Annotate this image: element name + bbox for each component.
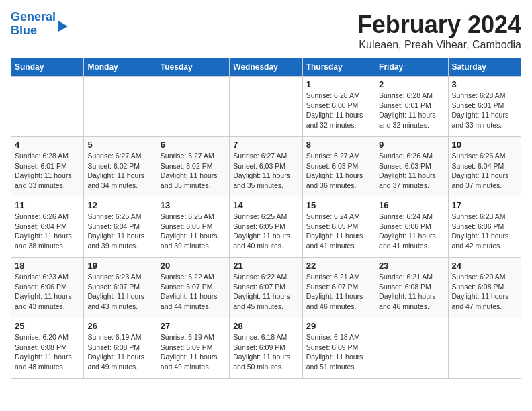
day-info: Sunrise: 6:24 AM Sunset: 6:05 PM Dayligh… bbox=[306, 212, 371, 251]
day-info: Sunrise: 6:27 AM Sunset: 6:03 PM Dayligh… bbox=[233, 151, 298, 191]
day-number: 13 bbox=[161, 200, 226, 210]
calendar-cell bbox=[157, 77, 229, 137]
weekday-header-thursday: Thursday bbox=[302, 58, 375, 77]
month-title: February 2024 bbox=[357, 11, 521, 39]
weekday-header-saturday: Saturday bbox=[448, 58, 521, 77]
calendar-week-3: 11Sunrise: 6:26 AM Sunset: 6:04 PM Dayli… bbox=[11, 197, 521, 258]
logo-blue: Blue bbox=[11, 24, 37, 37]
calendar-week-5: 25Sunrise: 6:20 AM Sunset: 6:08 PM Dayli… bbox=[11, 318, 521, 379]
calendar-cell: 7Sunrise: 6:27 AM Sunset: 6:03 PM Daylig… bbox=[230, 137, 302, 197]
day-info: Sunrise: 6:28 AM Sunset: 6:00 PM Dayligh… bbox=[306, 91, 371, 130]
logo-text-block: General Blue bbox=[11, 11, 56, 38]
day-info: Sunrise: 6:22 AM Sunset: 6:07 PM Dayligh… bbox=[161, 272, 226, 312]
calendar-cell: 16Sunrise: 6:24 AM Sunset: 6:06 PM Dayli… bbox=[375, 197, 448, 258]
calendar-week-2: 4Sunrise: 6:28 AM Sunset: 6:01 PM Daylig… bbox=[11, 137, 521, 197]
calendar-cell: 19Sunrise: 6:23 AM Sunset: 6:07 PM Dayli… bbox=[84, 258, 157, 318]
day-number: 25 bbox=[15, 321, 80, 331]
calendar-cell: 11Sunrise: 6:26 AM Sunset: 6:04 PM Dayli… bbox=[11, 197, 84, 258]
day-number: 15 bbox=[306, 200, 371, 210]
day-number: 5 bbox=[87, 140, 152, 150]
day-number: 21 bbox=[233, 261, 298, 271]
day-info: Sunrise: 6:24 AM Sunset: 6:06 PM Dayligh… bbox=[379, 212, 444, 251]
day-number: 4 bbox=[15, 140, 80, 150]
day-info: Sunrise: 6:25 AM Sunset: 6:05 PM Dayligh… bbox=[233, 212, 298, 251]
day-number: 14 bbox=[233, 200, 298, 210]
calendar-table: SundayMondayTuesdayWednesdayThursdayFrid… bbox=[11, 58, 521, 379]
weekday-header-friday: Friday bbox=[375, 58, 448, 77]
day-info: Sunrise: 6:27 AM Sunset: 6:03 PM Dayligh… bbox=[306, 151, 371, 191]
calendar-cell: 9Sunrise: 6:26 AM Sunset: 6:03 PM Daylig… bbox=[375, 137, 448, 197]
day-number: 3 bbox=[452, 79, 517, 89]
day-info: Sunrise: 6:19 AM Sunset: 6:09 PM Dayligh… bbox=[161, 332, 226, 372]
calendar-cell: 27Sunrise: 6:19 AM Sunset: 6:09 PM Dayli… bbox=[157, 318, 229, 379]
calendar-cell: 24Sunrise: 6:20 AM Sunset: 6:08 PM Dayli… bbox=[448, 258, 521, 318]
day-number: 16 bbox=[379, 200, 444, 210]
day-number: 1 bbox=[306, 79, 371, 89]
calendar-cell: 20Sunrise: 6:22 AM Sunset: 6:07 PM Dayli… bbox=[157, 258, 229, 318]
day-info: Sunrise: 6:28 AM Sunset: 6:01 PM Dayligh… bbox=[379, 91, 444, 130]
calendar-cell bbox=[230, 77, 302, 137]
calendar-cell: 15Sunrise: 6:24 AM Sunset: 6:05 PM Dayli… bbox=[302, 197, 375, 258]
calendar-cell: 28Sunrise: 6:18 AM Sunset: 6:09 PM Dayli… bbox=[230, 318, 302, 379]
calendar-cell: 26Sunrise: 6:19 AM Sunset: 6:08 PM Dayli… bbox=[84, 318, 157, 379]
calendar-cell: 2Sunrise: 6:28 AM Sunset: 6:01 PM Daylig… bbox=[375, 77, 448, 137]
calendar-cell: 22Sunrise: 6:21 AM Sunset: 6:07 PM Dayli… bbox=[302, 258, 375, 318]
title-block: February 2024 Kuleaen, Preah Vihear, Cam… bbox=[357, 11, 521, 51]
calendar-cell: 12Sunrise: 6:25 AM Sunset: 6:04 PM Dayli… bbox=[84, 197, 157, 258]
day-number: 28 bbox=[233, 321, 298, 331]
day-number: 23 bbox=[379, 261, 444, 271]
logo-general: General bbox=[11, 10, 56, 24]
calendar-cell: 21Sunrise: 6:22 AM Sunset: 6:07 PM Dayli… bbox=[230, 258, 302, 318]
calendar-week-1: 1Sunrise: 6:28 AM Sunset: 6:00 PM Daylig… bbox=[11, 77, 521, 137]
day-info: Sunrise: 6:23 AM Sunset: 6:06 PM Dayligh… bbox=[452, 212, 517, 251]
day-info: Sunrise: 6:23 AM Sunset: 6:06 PM Dayligh… bbox=[15, 272, 80, 312]
day-info: Sunrise: 6:25 AM Sunset: 6:04 PM Dayligh… bbox=[87, 212, 152, 251]
calendar-cell: 3Sunrise: 6:28 AM Sunset: 6:01 PM Daylig… bbox=[448, 77, 521, 137]
calendar-cell: 1Sunrise: 6:28 AM Sunset: 6:00 PM Daylig… bbox=[302, 77, 375, 137]
day-info: Sunrise: 6:26 AM Sunset: 6:04 PM Dayligh… bbox=[452, 151, 517, 191]
logo-arrow-icon bbox=[58, 21, 68, 32]
location-subtitle: Kuleaen, Preah Vihear, Cambodia bbox=[357, 39, 521, 51]
weekday-header-monday: Monday bbox=[84, 58, 157, 77]
day-info: Sunrise: 6:28 AM Sunset: 6:01 PM Dayligh… bbox=[452, 91, 517, 130]
calendar-cell: 10Sunrise: 6:26 AM Sunset: 6:04 PM Dayli… bbox=[448, 137, 521, 197]
calendar-cell bbox=[84, 77, 157, 137]
day-info: Sunrise: 6:18 AM Sunset: 6:09 PM Dayligh… bbox=[233, 332, 298, 372]
day-info: Sunrise: 6:20 AM Sunset: 6:08 PM Dayligh… bbox=[452, 272, 517, 312]
calendar-cell: 14Sunrise: 6:25 AM Sunset: 6:05 PM Dayli… bbox=[230, 197, 302, 258]
day-info: Sunrise: 6:20 AM Sunset: 6:08 PM Dayligh… bbox=[15, 332, 80, 372]
day-info: Sunrise: 6:26 AM Sunset: 6:03 PM Dayligh… bbox=[379, 151, 444, 191]
day-number: 19 bbox=[87, 261, 152, 271]
day-number: 10 bbox=[452, 140, 517, 150]
day-number: 2 bbox=[379, 79, 444, 89]
day-info: Sunrise: 6:23 AM Sunset: 6:07 PM Dayligh… bbox=[87, 272, 152, 312]
calendar-cell: 8Sunrise: 6:27 AM Sunset: 6:03 PM Daylig… bbox=[302, 137, 375, 197]
day-info: Sunrise: 6:19 AM Sunset: 6:08 PM Dayligh… bbox=[87, 332, 152, 372]
weekday-header-tuesday: Tuesday bbox=[157, 58, 229, 77]
day-number: 24 bbox=[452, 261, 517, 271]
day-number: 22 bbox=[306, 261, 371, 271]
day-info: Sunrise: 6:28 AM Sunset: 6:01 PM Dayligh… bbox=[15, 151, 80, 191]
calendar-cell: 17Sunrise: 6:23 AM Sunset: 6:06 PM Dayli… bbox=[448, 197, 521, 258]
day-number: 20 bbox=[161, 261, 226, 271]
weekday-header-wednesday: Wednesday bbox=[230, 58, 302, 77]
day-number: 17 bbox=[452, 200, 517, 210]
day-info: Sunrise: 6:25 AM Sunset: 6:05 PM Dayligh… bbox=[161, 212, 226, 251]
day-number: 11 bbox=[15, 200, 80, 210]
calendar-cell: 25Sunrise: 6:20 AM Sunset: 6:08 PM Dayli… bbox=[11, 318, 84, 379]
day-number: 8 bbox=[306, 140, 371, 150]
calendar-cell bbox=[11, 77, 84, 137]
calendar-cell bbox=[448, 318, 521, 379]
day-info: Sunrise: 6:18 AM Sunset: 6:09 PM Dayligh… bbox=[306, 332, 371, 372]
weekday-header-sunday: Sunday bbox=[11, 58, 84, 77]
day-info: Sunrise: 6:27 AM Sunset: 6:02 PM Dayligh… bbox=[161, 151, 226, 191]
day-info: Sunrise: 6:26 AM Sunset: 6:04 PM Dayligh… bbox=[15, 212, 80, 251]
day-info: Sunrise: 6:27 AM Sunset: 6:02 PM Dayligh… bbox=[87, 151, 152, 191]
calendar-cell: 5Sunrise: 6:27 AM Sunset: 6:02 PM Daylig… bbox=[84, 137, 157, 197]
calendar-cell: 4Sunrise: 6:28 AM Sunset: 6:01 PM Daylig… bbox=[11, 137, 84, 197]
day-info: Sunrise: 6:21 AM Sunset: 6:07 PM Dayligh… bbox=[306, 272, 371, 312]
day-info: Sunrise: 6:22 AM Sunset: 6:07 PM Dayligh… bbox=[233, 272, 298, 312]
day-number: 29 bbox=[306, 321, 371, 331]
day-number: 12 bbox=[87, 200, 152, 210]
day-number: 18 bbox=[15, 261, 80, 271]
